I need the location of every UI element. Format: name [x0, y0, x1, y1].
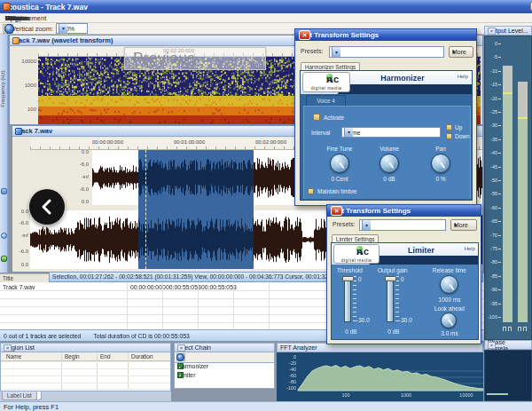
close-icon[interactable]: ×: [488, 342, 496, 349]
scroll-down-icon[interactable]: [1, 256, 7, 262]
db-tick: -6.0: [73, 162, 89, 167]
meter-tick: -100: [485, 314, 497, 320]
more-button[interactable]: More▾: [449, 46, 473, 58]
close-icon[interactable]: ×: [331, 206, 342, 216]
track-title-cell[interactable]: Track 7.wav: [3, 284, 35, 290]
volume-value: 0 dB: [364, 176, 414, 182]
dialog-title: Edit Transform Settings: [331, 207, 411, 215]
pan-knob[interactable]: [431, 154, 450, 173]
down-checkbox[interactable]: [446, 133, 452, 139]
limiter-dialog-titlebar[interactable]: Edit Transform Settings ×: [327, 205, 481, 217]
playback-cursor: [145, 150, 146, 269]
presets-select[interactable]: ▾: [329, 46, 444, 58]
threshold-slider[interactable]: [344, 276, 351, 322]
help-link[interactable]: Help: [465, 246, 475, 251]
volume-label: Volume: [364, 146, 414, 152]
bypass-icon[interactable]: [176, 353, 184, 361]
output-gain-slider-thumb[interactable]: [385, 276, 396, 281]
threshold-value: 0 dB: [333, 328, 369, 335]
output-level-titlebar[interactable]: Output Level... ×: [484, 26, 532, 36]
more-button[interactable]: More▾: [450, 219, 477, 231]
effect-chain-titlebar[interactable]: Effect Chain ×: [174, 343, 275, 352]
presets-label: Presets:: [301, 48, 324, 54]
tab-voice-4[interactable]: Voice 4: [306, 95, 346, 106]
db-tick: 0.0: [13, 262, 28, 267]
meter-tick: -80: [485, 259, 497, 265]
chevron-down-icon[interactable]: ▾: [59, 24, 67, 34]
effect-chain-list[interactable]: ✓Harmonizer✓Limiter: [174, 363, 275, 389]
harmonizer-dialog-titlebar[interactable]: Edit Transform Settings ×: [295, 29, 476, 41]
output-level-meters: 0-5-10-15-20-25-30-35-40-45-50-55-60-65-…: [484, 36, 532, 340]
chevron-left-icon: [39, 197, 55, 217]
release-time-label: Release time: [424, 267, 475, 273]
look-ahead-knob[interactable]: [441, 312, 457, 328]
release-time-knob[interactable]: [440, 275, 458, 294]
document-icon: [12, 37, 20, 44]
meter-tick: -95: [485, 301, 497, 306]
phase-correlation-display: [484, 350, 532, 401]
menu-bar: FileEditViewSoundVolumeEffectsEnhancemen…: [0, 13, 532, 23]
close-icon[interactable]: ×: [4, 344, 12, 352]
limiter-body: Threshold 0 -30.0 0 dB Output gain 0 -30…: [332, 265, 478, 339]
meter-tick: -15: [485, 82, 497, 87]
presets-label: Presets:: [332, 221, 356, 227]
look-ahead-value: 3.0 ms: [424, 330, 475, 336]
vertical-zoom-label: Vertical zoom:: [12, 25, 53, 33]
threshold-slider-thumb[interactable]: [342, 276, 354, 281]
look-ahead-label: Look ahead: [424, 305, 475, 312]
harmonizer-plugin: Harmonizer Help Acn digital media Voice …: [300, 70, 473, 201]
interval-select[interactable]: Prime ▾: [341, 127, 441, 138]
activate-label: Activate: [324, 115, 344, 121]
close-icon[interactable]: ×: [299, 30, 310, 40]
side-tool-icon-1[interactable]: [1, 188, 7, 194]
limiter-plugin: Limiter Help Acn digital media Threshold…: [331, 242, 479, 340]
up-label: Up: [455, 124, 462, 130]
timeline-label: 00:02:00:000: [255, 139, 286, 145]
phase-correlation-titlebar[interactable]: Phase Correla... ×: [484, 340, 532, 350]
monitor-button[interactable]: [4, 24, 14, 34]
up-checkbox[interactable]: [446, 124, 452, 130]
meter-tick: -30: [485, 123, 497, 128]
vertical-zoom-select[interactable]: 100% ▾: [56, 23, 88, 34]
clip-indicator: [503, 327, 506, 331]
chevron-down-icon: ▾: [454, 222, 458, 229]
cd-duration-status: Total duration of CD is 00:00:55:053: [93, 333, 189, 339]
menu-item-help[interactable]: Help: [5, 14, 19, 22]
frequency-axis-label: Frequency (Hz): [0, 60, 9, 117]
meter-tick: -35: [485, 137, 497, 142]
fft-y-tick: -40: [284, 367, 296, 372]
chevron-down-icon[interactable]: ▾: [332, 47, 340, 58]
fine-tune-value: 0 Cent: [315, 176, 364, 182]
chevron-down-icon[interactable]: ▾: [344, 128, 353, 138]
vertical-zoom-group: Vertical zoom: 100% ▾: [12, 23, 88, 34]
chevron-down-icon[interactable]: ▾: [362, 220, 371, 231]
fine-tune-knob[interactable]: [330, 154, 349, 173]
region-list-titlebar[interactable]: Region List ×: [0, 343, 171, 352]
effect-label: Harmonizer: [177, 363, 208, 369]
close-icon[interactable]: ×: [177, 344, 185, 352]
fft-x-tick: 1000: [393, 392, 419, 398]
meter-tick: -70: [485, 233, 497, 238]
title-bar: Acoustica - Track 7.wav: [0, 0, 532, 13]
region-list-table[interactable]: Name Begin End Duration: [0, 352, 171, 391]
activate-checkbox[interactable]: [313, 114, 320, 121]
meter-tick: -45: [485, 164, 497, 170]
limiter-dialog: Edit Transform Settings × Presets: ▾ Mor…: [326, 204, 481, 344]
effect-label: Limiter: [177, 372, 195, 378]
output-gain-slider[interactable]: [387, 276, 394, 322]
close-icon[interactable]: ×: [488, 28, 496, 35]
db-tick: -6.0: [13, 220, 28, 225]
output-level-panel: Output Level... × 0-5-10-15-20-25-30-35-…: [484, 26, 532, 340]
clip-indicator: [523, 327, 527, 331]
selection-region[interactable]: [138, 205, 254, 210]
effect-chain-toolbar: ↖▢▤↓×: [174, 352, 275, 363]
help-link[interactable]: Help: [458, 74, 468, 79]
side-tool-icon-2[interactable]: [1, 233, 7, 239]
db-tick: 0.0: [73, 199, 89, 204]
meter-tick: -55: [485, 191, 497, 196]
previous-nav-button[interactable]: [29, 189, 65, 225]
presets-select[interactable]: ▾: [359, 219, 446, 231]
volume-knob[interactable]: [379, 154, 399, 173]
maintain-timbre-checkbox[interactable]: [308, 188, 314, 194]
tab-label-list[interactable]: Label List: [2, 391, 37, 400]
